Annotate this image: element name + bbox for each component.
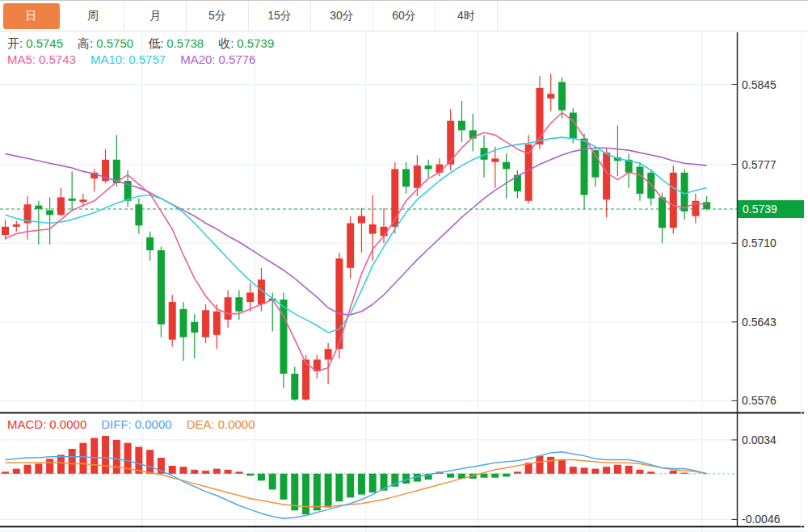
ma-legend: MA5:0.5743MA10:0.5757MA20:0.5776: [7, 52, 270, 66]
candle-body: [79, 199, 86, 202]
price-axis-label: 0.5643: [742, 316, 776, 329]
candle-body: [235, 297, 242, 311]
indicator-value: 0.5739: [237, 36, 274, 50]
candle-body: [558, 82, 566, 111]
indicator-value: 0.5745: [26, 36, 63, 50]
candle-body: [2, 227, 9, 235]
candle-body: [158, 250, 165, 325]
macd-hist-bar: [269, 474, 276, 490]
candle-body: [391, 169, 398, 226]
price-axis-label: 0.5777: [742, 158, 776, 171]
macd-axis-label: 0.0034: [742, 434, 776, 446]
candle-body: [57, 197, 65, 215]
ohlc-开: 开:0.5745: [7, 36, 66, 52]
macd-hist-bar: [258, 474, 265, 481]
price-axis-label: 0.5710: [742, 237, 776, 249]
ma-MA10: MA10:0.5757: [90, 52, 169, 66]
candle-body: [491, 158, 499, 161]
macd-hist-bar: [325, 474, 332, 508]
candle-body: [46, 210, 53, 215]
candle-body: [169, 302, 176, 340]
candle-body: [581, 139, 588, 195]
macd-hist-bar: [2, 471, 9, 473]
indicator-value: 0.5750: [96, 36, 133, 50]
macd-hist-bar: [514, 471, 521, 473]
candle-body: [202, 310, 209, 337]
price-axis-label: 0.5845: [742, 78, 776, 91]
macd-hist-bar: [235, 471, 242, 473]
candle-body: [659, 197, 666, 228]
candle-body: [146, 237, 154, 250]
indicator-label: 开:: [7, 36, 23, 50]
macd-legend: MACD:0.0000DIFF:0.0000DEA:0.0000: [7, 417, 270, 431]
ohlc-收: 收:0.5739: [218, 36, 277, 52]
indicator-label: MA20:: [180, 52, 215, 66]
macd-hist-bar: [614, 465, 621, 474]
candle-body: [436, 165, 443, 173]
macd-DEA: DEA:0.0000: [187, 417, 259, 431]
price-axis-label: 0.5576: [742, 394, 776, 407]
candle-body: [703, 202, 710, 209]
macd-hist-bar: [191, 470, 198, 474]
panel-divider: [0, 413, 804, 414]
candle-body: [414, 165, 421, 188]
macd-hist-bar: [24, 465, 32, 474]
candle-body: [179, 309, 187, 337]
candle-body: [291, 374, 298, 400]
candle-body: [191, 322, 198, 333]
macd-axis-label: -0.0046: [742, 513, 781, 526]
candle-body: [13, 224, 20, 227]
macd-hist-bar: [202, 471, 209, 474]
ohlc-legend: 开:0.5745高:0.5750低:0.5738收:0.5739: [7, 36, 288, 52]
macd-hist-bar: [90, 438, 98, 473]
candle-body: [603, 153, 610, 199]
candle-body: [458, 121, 465, 131]
indicator-label: DEA:: [187, 417, 215, 431]
macd-hist-bar: [547, 457, 554, 474]
macd-hist-bar: [102, 436, 109, 474]
ma-line-ma10: [6, 137, 707, 333]
candle-body: [636, 167, 643, 195]
macd-hist-bar: [169, 466, 176, 474]
macd-hist-bar: [57, 455, 65, 473]
kline-chart-canvas: 0.58450.57770.57100.56430.55760.0034-0.0…: [0, 0, 808, 532]
indicator-label: MA10:: [90, 52, 125, 66]
indicator-label: MA5:: [7, 52, 36, 66]
indicator-value: 0.5776: [219, 52, 256, 66]
macd-hist-bar: [481, 474, 488, 478]
macd-MACD: MACD:0.0000: [7, 417, 90, 431]
macd-hist-bar: [347, 474, 354, 498]
macd-hist-bar: [13, 469, 20, 474]
macd-hist-bar: [369, 474, 377, 492]
candle-body: [246, 292, 254, 302]
candle-body: [503, 162, 510, 170]
indicator-value: 0.5743: [39, 52, 76, 66]
candle-body: [135, 204, 142, 225]
macd-hist-bar: [46, 459, 53, 473]
macd-hist-bar: [536, 456, 543, 474]
dea-line: [6, 460, 707, 507]
indicator-label: 收:: [218, 36, 234, 50]
candle-body: [325, 349, 332, 359]
macd-hist-bar: [647, 471, 654, 473]
indicator-value: 0.0000: [49, 417, 86, 431]
candle-body: [670, 173, 677, 228]
macd-hist-bar: [670, 471, 677, 474]
macd-hist-bar: [681, 473, 688, 474]
macd-hist-bar: [280, 474, 288, 500]
macd-hist-bar: [113, 440, 120, 474]
indicator-value: 0.0000: [135, 417, 172, 431]
candle-body: [402, 169, 410, 186]
macd-hist-bar: [35, 463, 42, 473]
macd-DIFF: DIFF:0.0000: [101, 417, 175, 431]
current-price-badge-text: 0.5739: [743, 203, 777, 216]
kline-app: { "tabs": { "active_bg": "#f08144", "ite…: [0, 0, 808, 532]
candle-body: [358, 216, 365, 224]
candle-body: [547, 94, 554, 98]
macd-hist-bar: [581, 467, 588, 473]
panel-divider: [0, 526, 804, 528]
indicator-value: 0.5757: [128, 52, 166, 66]
candle-body: [647, 173, 654, 199]
candle-body: [347, 223, 354, 267]
indicator-value: 0.5738: [166, 36, 204, 50]
